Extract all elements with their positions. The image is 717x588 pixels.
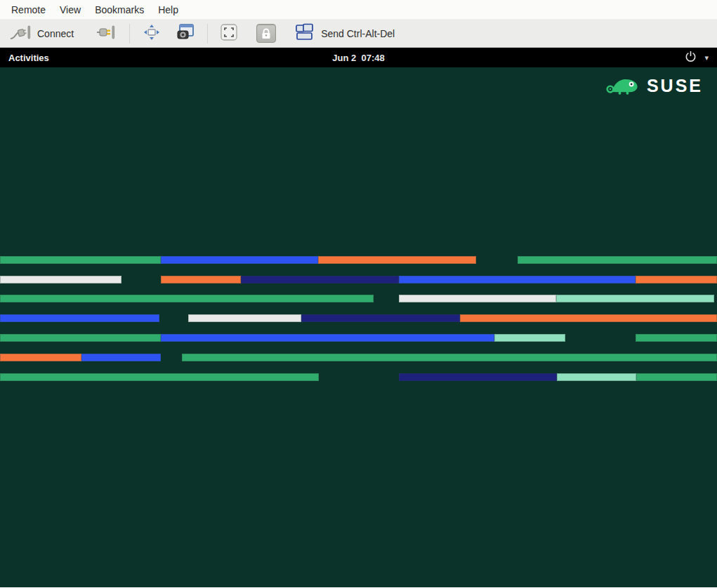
menu-help[interactable]: Help bbox=[151, 1, 185, 18]
disconnect-plug-icon bbox=[96, 22, 117, 45]
connect-cable-icon bbox=[9, 22, 32, 45]
stripe-segment bbox=[518, 256, 717, 264]
stripe-segment bbox=[0, 314, 159, 322]
stripe-segment bbox=[636, 334, 717, 342]
stripe-segment bbox=[0, 295, 374, 302]
connect-label: Connect bbox=[37, 28, 74, 39]
stripe-segment bbox=[81, 354, 161, 361]
stripe-segment bbox=[161, 334, 494, 342]
readonly-toggle-button[interactable] bbox=[253, 22, 279, 45]
take-screenshot-icon bbox=[176, 22, 195, 45]
stripe-segment bbox=[494, 334, 565, 342]
scaling-button[interactable] bbox=[216, 21, 242, 46]
stripe-segment bbox=[399, 276, 636, 283]
stripe-segment bbox=[241, 276, 399, 283]
send-ctrl-alt-del-label: Send Ctrl-Alt-Del bbox=[321, 28, 395, 39]
toolbar-separator bbox=[129, 24, 130, 44]
suse-wordmark: SUSE bbox=[647, 77, 703, 95]
stripe-segment bbox=[182, 354, 717, 361]
stripe-segment bbox=[399, 295, 556, 302]
suse-logo: SUSE bbox=[605, 73, 703, 98]
viewer-menubar: Remote View Bookmarks Help bbox=[0, 0, 717, 20]
connect-button[interactable]: Connect bbox=[6, 20, 77, 47]
send-ctrl-alt-del-button[interactable]: Send Ctrl-Alt-Del bbox=[291, 20, 398, 47]
power-icon bbox=[685, 51, 697, 65]
stripe-segment bbox=[0, 334, 161, 342]
stripe-segment bbox=[556, 295, 714, 302]
chevron-down-icon: ▾ bbox=[704, 54, 709, 62]
stripe-segment bbox=[318, 256, 476, 264]
toolbar-separator bbox=[207, 24, 208, 44]
system-menu[interactable]: ▾ bbox=[685, 48, 709, 67]
stripe-segment bbox=[161, 276, 241, 283]
fullscreen-icon bbox=[142, 22, 162, 45]
gnome-top-bar: Activities Jun 2 07:48 ▾ bbox=[0, 48, 717, 67]
stripe-segment bbox=[188, 314, 301, 322]
stripe-segment bbox=[0, 373, 319, 381]
menu-remote[interactable]: Remote bbox=[4, 1, 53, 18]
suse-chameleon-icon bbox=[605, 73, 640, 98]
keyboard-icon bbox=[294, 22, 315, 45]
stripes-layer bbox=[0, 67, 717, 587]
stripe-segment bbox=[161, 256, 318, 264]
stripe-segment bbox=[0, 276, 121, 283]
stripe-segment bbox=[0, 354, 81, 361]
clock[interactable]: Jun 2 07:48 bbox=[332, 53, 384, 63]
stripe-segment bbox=[557, 373, 636, 381]
fullscreen-button[interactable] bbox=[138, 20, 165, 47]
stripe-segment bbox=[460, 314, 717, 322]
menu-view[interactable]: View bbox=[53, 1, 88, 18]
stripe-segment bbox=[399, 373, 557, 381]
stripe-segment bbox=[636, 373, 717, 381]
activities-button[interactable]: Activities bbox=[0, 48, 58, 67]
readonly-lock-icon bbox=[256, 24, 276, 43]
screenshot-button[interactable] bbox=[172, 20, 199, 47]
scaling-icon bbox=[220, 23, 238, 44]
remote-desktop: SUSE bbox=[0, 67, 717, 587]
stripe-segment bbox=[301, 314, 460, 322]
disconnect-button[interactable] bbox=[93, 20, 121, 47]
viewer-toolbar: Connect bbox=[0, 20, 717, 48]
stripe-segment bbox=[0, 256, 161, 264]
stripe-segment bbox=[636, 276, 717, 283]
menu-bookmarks[interactable]: Bookmarks bbox=[88, 1, 151, 18]
